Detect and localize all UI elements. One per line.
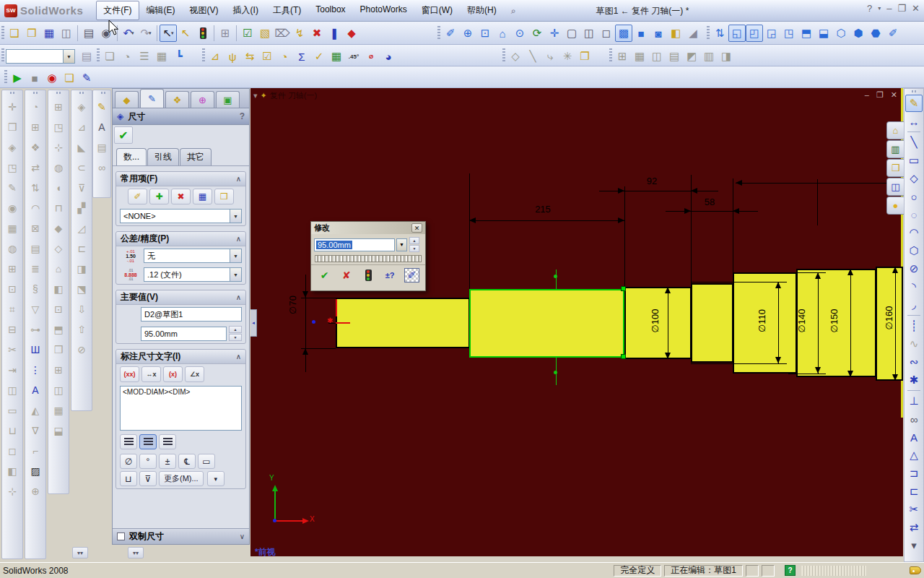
- left-tool[interactable]: §: [27, 280, 44, 298]
- left-tool[interactable]: ▦: [50, 402, 67, 419]
- tab-other[interactable]: 其它: [180, 148, 212, 165]
- dimension-name-field[interactable]: D2@草图1: [141, 307, 242, 322]
- dimension-58[interactable]: 58: [695, 197, 724, 207]
- left-tool[interactable]: ⇩: [73, 301, 90, 318]
- rotate-view[interactable]: ⟳: [528, 25, 546, 42]
- dimetric-view[interactable]: ⬢: [850, 25, 867, 42]
- attach-clip[interactable]: ❐: [576, 48, 593, 65]
- left-tool[interactable]: ◣: [73, 139, 90, 156]
- panel-collapse-arrow[interactable]: ◂: [250, 309, 257, 337]
- left-tool[interactable]: ◻: [4, 442, 21, 460]
- left-tool[interactable]: ❒: [4, 118, 21, 136]
- table-6[interactable]: ▥: [700, 48, 718, 65]
- left-tool[interactable]: ⬓: [50, 422, 67, 439]
- dim-standard[interactable]: Ø: [362, 48, 380, 65]
- add-favorite[interactable]: ✚: [149, 189, 169, 204]
- options-globe[interactable]: ◕: [380, 48, 397, 65]
- left-tool[interactable]: ⇥: [4, 361, 21, 379]
- window-menu-icon[interactable]: ▾: [253, 91, 258, 100]
- tab-display-manager[interactable]: ▣: [216, 91, 240, 108]
- left-tool[interactable]: ◭: [27, 402, 44, 419]
- dim-text-offset[interactable]: ↔x: [141, 366, 161, 382]
- left-tool[interactable]: ◈: [4, 139, 21, 156]
- section-properties[interactable]: ⇆: [241, 48, 258, 65]
- dim-text-angle[interactable]: ∠x: [185, 366, 204, 382]
- zoom-to-fit[interactable]: ⌂: [494, 25, 511, 42]
- spline[interactable]: ∾: [905, 353, 923, 371]
- tag-icon[interactable]: [910, 566, 921, 574]
- justify-left-button[interactable]: [120, 434, 137, 449]
- front-view[interactable]: ◱: [728, 25, 746, 42]
- left-tool[interactable]: ⊓: [50, 199, 67, 217]
- top-view[interactable]: ⬒: [798, 25, 815, 42]
- shaft-segment-d95-selected[interactable]: [469, 289, 624, 358]
- open-document[interactable]: ❒: [23, 25, 40, 42]
- left-tool[interactable]: ∇: [27, 422, 44, 439]
- symbol-button[interactable]: °: [139, 454, 157, 469]
- layer-properties[interactable]: ▤: [78, 48, 95, 65]
- record-macro[interactable]: ◉: [43, 69, 61, 87]
- left-tool[interactable]: ⇄: [27, 159, 44, 176]
- accept-button[interactable]: ✔: [114, 126, 133, 144]
- left-tool[interactable]: ◳: [4, 159, 21, 176]
- collapse-icon[interactable]: ∧: [236, 353, 241, 361]
- table-7[interactable]: ◨: [718, 48, 735, 65]
- menu-file[interactable]: 文件(F): [96, 1, 139, 20]
- smart-dimension[interactable]: ↔: [905, 113, 923, 130]
- appearances-tab[interactable]: ●: [886, 197, 904, 215]
- selection-handle[interactable]: [621, 354, 626, 359]
- tab-property-manager[interactable]: ✎: [140, 89, 164, 108]
- perimeter-circle[interactable]: ◌: [905, 206, 923, 223]
- spline-tool-4[interactable]: ✳: [559, 48, 576, 65]
- graphics-area[interactable]: ▾ ✦ 复件 刀轴(一) – ❐ ✕ 215 92 58 ∅70: [250, 88, 903, 556]
- spline-tool-3[interactable]: ⤷: [541, 48, 559, 65]
- shaft-segment-d70[interactable]: [336, 298, 470, 348]
- mirror-entities[interactable]: △: [905, 447, 923, 464]
- tolerance-dropdown[interactable]: 无 ▼: [144, 249, 242, 263]
- dim-text-round[interactable]: (x): [163, 366, 183, 382]
- modify-value-field[interactable]: 95.00mm: [314, 238, 395, 251]
- dimension-handle[interactable]: [554, 275, 557, 278]
- collapse-icon[interactable]: ∧: [236, 293, 241, 301]
- left-tool[interactable]: ⊶: [27, 321, 44, 338]
- expand-icon[interactable]: ∨: [240, 532, 245, 540]
- add-relation[interactable]: ⊥: [905, 392, 923, 410]
- shaft-segment-d110[interactable]: [691, 283, 733, 363]
- cancel-button[interactable]: ✘: [339, 268, 354, 282]
- left-tool[interactable]: ✎: [4, 179, 21, 197]
- left-tool[interactable]: ⊞: [50, 98, 67, 116]
- table-2[interactable]: ▦: [631, 48, 648, 65]
- left-tool[interactable]: ◉: [4, 199, 21, 217]
- shaded[interactable]: ■: [632, 25, 650, 42]
- left-tool[interactable]: ⊔: [4, 422, 21, 439]
- trim-entities[interactable]: ✂: [905, 501, 923, 518]
- reference-triad[interactable]: ⇅: [711, 25, 728, 42]
- symbol-button[interactable]: ℄: [178, 454, 196, 469]
- collapse-icon[interactable]: ∧: [236, 235, 241, 243]
- left-tool[interactable]: ⌗: [4, 301, 21, 318]
- symbol-button[interactable]: ⊽: [139, 471, 157, 486]
- left-tool[interactable]: ◆: [50, 220, 67, 237]
- left-tool[interactable]: ⊿: [73, 118, 90, 136]
- cancel-red-x[interactable]: ✖: [308, 25, 326, 42]
- left-tool[interactable]: ▤: [27, 240, 44, 257]
- spin-down-icon[interactable]: ▼: [409, 245, 419, 252]
- table-1[interactable]: ⊞: [614, 48, 631, 65]
- save[interactable]: ▦: [40, 25, 58, 42]
- left-tool[interactable]: ▽: [27, 301, 44, 318]
- left-tool[interactable]: ⊹: [4, 483, 21, 500]
- feature-statistics[interactable]: ◔: [276, 48, 293, 65]
- print[interactable]: ▤: [80, 25, 97, 42]
- left-tool[interactable]: ◧: [4, 462, 21, 480]
- hidden-lines-visible[interactable]: ◫: [580, 25, 598, 42]
- shadows-in-shaded[interactable]: ◙: [650, 25, 667, 42]
- selection-handle[interactable]: [621, 286, 626, 291]
- left-tool[interactable]: ⊘: [73, 341, 90, 358]
- color-swatch[interactable]: ▧: [256, 25, 274, 42]
- layer-1[interactable]: ❏: [101, 48, 118, 65]
- new-document[interactable]: ❑: [6, 25, 23, 42]
- dropdown-arrow[interactable]: ▾: [149, 30, 152, 36]
- sketch[interactable]: ✎: [905, 95, 923, 112]
- left-tool[interactable]: ◿: [73, 220, 90, 237]
- more-sketch-tools[interactable]: ▾: [905, 537, 923, 554]
